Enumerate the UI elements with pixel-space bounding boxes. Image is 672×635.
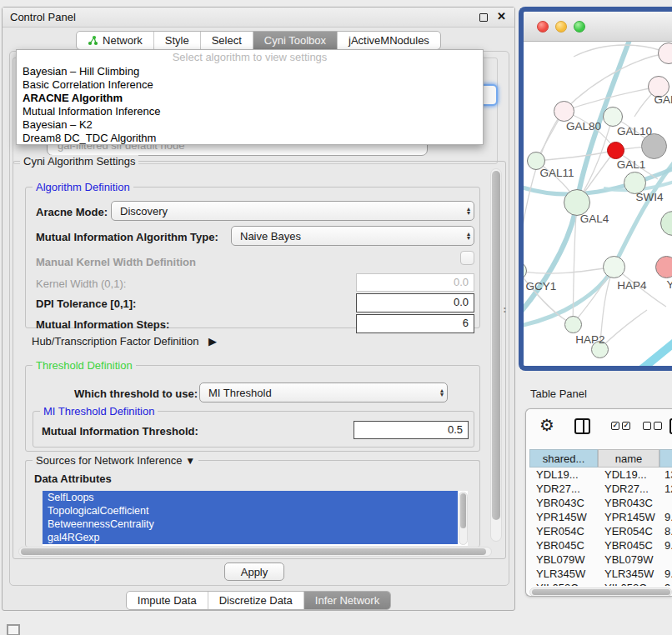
mi-type-label: Mutual Information Algorithm Type:: [36, 231, 218, 243]
table-row[interactable]: YDR27... YDR27... 12: [529, 482, 672, 496]
threshold-definition-title: Threshold Definition: [33, 359, 136, 372]
network-node-selected[interactable]: [607, 142, 624, 159]
column-header-partial[interactable]: A: [659, 449, 672, 468]
mi-algorithm-type-combo[interactable]: Naive Bayes ▴▾: [231, 226, 474, 246]
column-header-name[interactable]: name: [598, 449, 659, 468]
node-label: HAP2: [575, 333, 604, 346]
collapsed-panel-icon[interactable]: [7, 624, 20, 635]
tab-cyni-toolbox[interactable]: Cyni Toolbox: [253, 32, 337, 49]
mi-steps-input[interactable]: 6: [356, 314, 474, 333]
panel-resize-handle[interactable]: ••: [504, 307, 508, 314]
algorithm-dropdown-list: Select algorithm to view settings Bayesi…: [16, 49, 484, 145]
table-row[interactable]: YDL19... YDL19... 13: [529, 468, 672, 482]
table-row[interactable]: YER054C YER054C 8.: [529, 524, 672, 538]
settings-vertical-scrollbar[interactable]: [490, 168, 502, 542]
threshold-definition-group: Threshold Definition Which threshold to …: [25, 365, 480, 452]
table-panel-titlebar: Table Panel: [519, 382, 672, 407]
table-row[interactable]: YPR145W YPR145W 9.: [529, 510, 672, 524]
combo-arrows-icon: ▴▾: [467, 207, 470, 215]
node-label: GCY1: [526, 280, 557, 292]
gear-icon[interactable]: ⚙: [539, 415, 554, 435]
tab-impute-data[interactable]: Impute Data: [127, 592, 208, 609]
tab-style[interactable]: Style: [153, 32, 200, 49]
manual-kernel-label: Manual Kernel Width Definition: [36, 256, 196, 268]
node-label: SWI4: [635, 191, 663, 203]
column-header-shared[interactable]: shared...: [529, 449, 598, 468]
table-horizontal-scrollbar[interactable]: [529, 588, 672, 597]
network-node[interactable]: [603, 107, 623, 127]
settings-horizontal-scrollbar[interactable]: [18, 547, 492, 557]
node-label: GAL4: [580, 212, 609, 225]
dpi-tolerance-label: DPI Tolerance [0,1]:: [36, 298, 136, 310]
apply-button[interactable]: Apply: [224, 562, 284, 581]
kernel-width-input[interactable]: 0.0: [356, 273, 474, 292]
cyni-algorithm-settings-group: Cyni Algorithm Settings Algorithm Defini…: [13, 161, 506, 559]
tab-select[interactable]: Select: [200, 32, 253, 49]
node-label: GAL11: [539, 167, 574, 179]
sources-group-title: Sources for Network Inference ▼: [33, 454, 198, 467]
mi-steps-label: Mutual Information Steps:: [36, 318, 169, 331]
node-label: HAP4: [617, 279, 646, 292]
close-icon[interactable]: ✕: [497, 10, 506, 22]
deselect-all-checkboxes-icon[interactable]: [643, 422, 662, 430]
network-node[interactable]: [655, 256, 672, 278]
algorithm-option[interactable]: Bayesian – K2: [17, 118, 483, 132]
network-icon: [88, 35, 98, 46]
tab-jactivemnodules[interactable]: jActiveMNodules: [337, 32, 440, 49]
combo-arrows-icon: ▴▾: [440, 388, 444, 397]
algorithm-definition-title: Algorithm Definition: [33, 181, 133, 193]
float-window-icon[interactable]: [479, 13, 488, 22]
manual-kernel-checkbox[interactable]: [460, 251, 474, 265]
table-row[interactable]: YBR045C YBR045C 9.: [529, 538, 672, 552]
table-row[interactable]: YBR043C YBR043C: [529, 496, 672, 510]
node-label: Y: [666, 278, 672, 291]
algorithm-definition-group: Algorithm Definition Aracne Mode: Discov…: [25, 187, 480, 328]
tab-discretize-data[interactable]: Discretize Data: [208, 592, 303, 609]
aracne-mode-label: Aracne Mode:: [36, 206, 108, 218]
select-all-checkboxes-icon[interactable]: ✓✓: [611, 422, 630, 430]
node-label: GAL1: [617, 158, 646, 171]
algorithm-option[interactable]: Bayesian – Hill Climbing: [17, 65, 483, 78]
zoom-traffic-light[interactable]: [574, 21, 585, 32]
sources-group: Sources for Network Inference ▼ Data Att…: [25, 460, 480, 547]
tab-network-label: Network: [103, 34, 143, 47]
table-row[interactable]: YLR345W YLR345W 9.: [529, 567, 672, 581]
dpi-tolerance-input[interactable]: 0.0: [356, 293, 474, 312]
attribute-item-selected[interactable]: gal4RGexp: [43, 531, 458, 544]
close-traffic-light[interactable]: [537, 21, 549, 32]
table-body: YDL19... YDL19... 13 YDR27... YDR27... 1…: [529, 468, 672, 586]
control-panel: Control Panel ✕ Network Style Select Cyn…: [2, 7, 515, 611]
column-layout-icon[interactable]: [574, 418, 590, 434]
attribute-item-selected[interactable]: BetweennessCentrality: [43, 518, 458, 531]
mi-threshold-input[interactable]: 0.5: [354, 421, 469, 439]
table-row[interactable]: YIL052C YIL052C 9: [529, 581, 672, 586]
network-window-titlebar: [524, 12, 672, 42]
network-node[interactable]: [564, 316, 582, 333]
network-canvas[interactable]: GAL GAL80 GAL10 GAL1 GAL11 SWI4 GAL4 GCY…: [524, 42, 672, 366]
control-panel-titlebar: Control Panel ✕: [3, 8, 514, 28]
algorithm-option[interactable]: Mutual Information Inference: [17, 105, 483, 118]
tab-network[interactable]: Network: [77, 32, 153, 49]
bottom-tab-strip: Impute Data Discretize Data Infer Networ…: [3, 591, 514, 610]
attribute-item-selected[interactable]: TopologicalCoefficient: [43, 504, 458, 518]
aracne-mode-combo[interactable]: Discovery ▴▾: [111, 201, 474, 221]
hub-definition-expander[interactable]: Hub/Transcription Factor Definition ▶: [32, 335, 217, 348]
tab-infer-network[interactable]: Infer Network: [303, 592, 390, 609]
hub-definition-label: Hub/Transcription Factor Definition: [32, 335, 198, 348]
algorithm-option[interactable]: Dream8 DC_TDC Algorithm: [17, 132, 483, 145]
node-label: GAL80: [566, 120, 601, 132]
algorithm-option[interactable]: Basic Correlation Inference: [17, 78, 483, 92]
attribute-list-scrollbar[interactable]: [459, 492, 468, 545]
combo-arrows-icon: ▴▾: [467, 232, 470, 240]
data-attributes-list: SelfLoops TopologicalCoefficient Between…: [43, 491, 468, 546]
mi-threshold-label: Mutual Information Threshold:: [42, 425, 198, 438]
table-header: shared... name A: [529, 449, 672, 468]
network-node[interactable]: [603, 256, 625, 278]
expander-arrow-right-icon: ▶: [208, 335, 217, 348]
table-row[interactable]: YBL079W YBL079W: [529, 552, 672, 567]
minimize-traffic-light[interactable]: [555, 21, 567, 32]
which-threshold-combo[interactable]: MI Threshold ▴▾: [199, 382, 448, 402]
network-node[interactable]: [554, 101, 574, 122]
attribute-item-selected[interactable]: SelfLoops: [43, 491, 458, 504]
algorithm-option-selected[interactable]: ARACNE Algorithm: [17, 92, 483, 105]
